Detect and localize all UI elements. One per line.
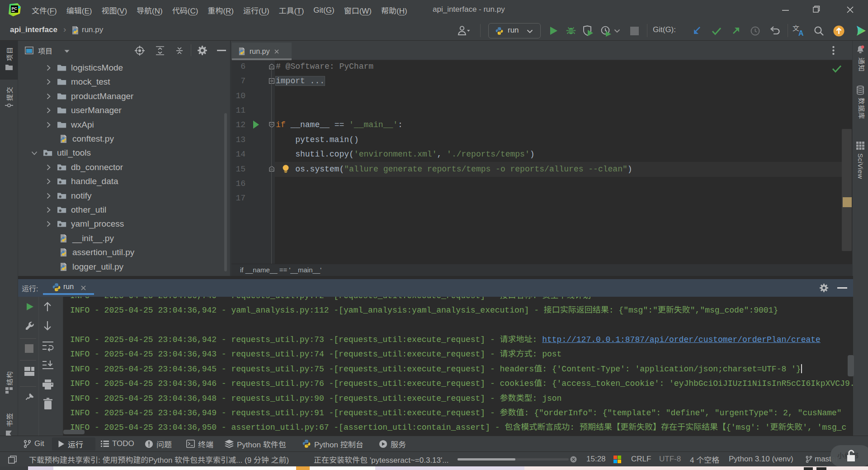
svg-text:A: A	[798, 29, 804, 37]
svg-text:PC: PC	[12, 6, 18, 11]
